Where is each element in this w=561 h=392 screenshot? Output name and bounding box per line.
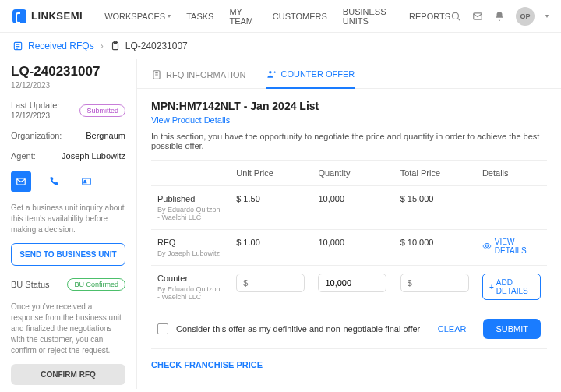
svg-point-15 xyxy=(270,71,273,74)
row-rfq: RFQ By Joseph Lubowitz $ 1.00 10,000 $ 1… xyxy=(151,230,547,266)
topbar: LINKSEMI WORKSPACES▾ TASKS MY TEAM CUSTO… xyxy=(0,0,561,33)
contact-card-button[interactable] xyxy=(76,171,97,192)
check-franchise-link[interactable]: CHECK FRANCHISE PRICE xyxy=(151,360,263,369)
clipboard-icon xyxy=(110,41,121,51)
nav-business-units[interactable]: BUSINESS UNITS xyxy=(343,7,393,26)
final-offer-row: Consider this offer as my definitive and… xyxy=(151,309,547,349)
document-icon xyxy=(151,69,162,80)
main-panel: RFQ INFORMATION COUNTER OFFER MPN:HM7142… xyxy=(136,59,561,389)
confirm-rfq-button[interactable]: CONFIRM RFQ xyxy=(11,364,125,385)
counter-total-price-input[interactable] xyxy=(400,274,469,292)
email-button[interactable] xyxy=(11,171,31,192)
table-header-row: Unit Price Quantity Total Price Details xyxy=(151,161,547,186)
row-rfq-name: RFQ xyxy=(157,238,224,247)
list-icon xyxy=(12,41,23,51)
send-to-bu-button[interactable]: SEND TO BUSINESS UNIT xyxy=(11,243,125,266)
clear-button[interactable]: CLEAR xyxy=(438,324,467,334)
rfq-title: LQ-240231007 xyxy=(11,64,125,79)
status-badge: Submitted xyxy=(79,104,125,117)
breadcrumb-current-label: LQ-240231007 xyxy=(125,41,188,51)
offer-table: Unit Price Quantity Total Price Details … xyxy=(151,160,547,309)
col-total-price-header: Total Price xyxy=(394,161,476,186)
row-rfq-unit: $ 1.00 xyxy=(230,230,312,266)
row-published-name: Published xyxy=(157,194,224,203)
last-update-row: Last Update: 12/12/2023 Submitted xyxy=(11,101,125,120)
view-details-label: VIEW DETAILS xyxy=(495,238,541,255)
tab-counter-offer[interactable]: COUNTER OFFER xyxy=(266,69,355,89)
breadcrumb-parent-label: Received RFQs xyxy=(28,41,94,51)
final-offer-checkbox[interactable] xyxy=(157,323,168,334)
mail-icon[interactable] xyxy=(472,11,483,22)
nav-tasks[interactable]: TASKS xyxy=(186,7,213,26)
help-text-2: Once you've received a response from the… xyxy=(11,302,125,356)
bell-icon[interactable] xyxy=(494,11,505,22)
topbar-actions: OP ▾ xyxy=(450,7,549,26)
plus-icon: + xyxy=(489,283,494,291)
svg-point-0 xyxy=(452,12,458,19)
panel-description: In this section, you have the opportunit… xyxy=(151,132,547,150)
nav-myteam[interactable]: MY TEAM xyxy=(229,7,256,26)
breadcrumb-current: LQ-240231007 xyxy=(110,41,188,51)
submit-button[interactable]: SUBMIT xyxy=(483,319,541,339)
row-rfq-qty: 10,000 xyxy=(312,230,393,266)
col-name-header xyxy=(151,161,230,186)
last-update-value: 12/12/2023 xyxy=(11,111,59,120)
final-offer-label: Consider this offer as my definitive and… xyxy=(176,324,430,334)
eye-icon xyxy=(482,241,492,252)
counter-quantity-input[interactable] xyxy=(318,274,386,292)
add-details-label: ADD DETAILS xyxy=(496,278,534,295)
brand-text: LINKSEMI xyxy=(31,10,83,22)
last-update-label: Last Update: xyxy=(11,101,59,110)
nav-bu-label: BUSINESS UNITS xyxy=(343,7,393,26)
bu-status-badge: BU Confirmed xyxy=(67,278,125,291)
col-unit-price-header: Unit Price xyxy=(230,161,312,186)
svg-point-11 xyxy=(84,180,86,182)
nav-tasks-label: TASKS xyxy=(186,12,213,21)
help-text-1: Get a business unit inquiry about this i… xyxy=(11,203,125,235)
col-quantity-header: Quantity xyxy=(312,161,393,186)
content-area: LQ-240231007 12/12/2023 Last Update: 12/… xyxy=(0,59,561,389)
breadcrumb-parent[interactable]: Received RFQs xyxy=(12,41,94,51)
nav-workspaces[interactable]: WORKSPACES▾ xyxy=(104,7,171,26)
nav-reports[interactable]: REPORTS xyxy=(409,7,450,26)
view-product-link[interactable]: View Product Details xyxy=(151,115,230,125)
tab-rfq-information[interactable]: RFQ INFORMATION xyxy=(151,69,245,88)
person-plus-icon xyxy=(266,69,277,79)
search-icon[interactable] xyxy=(450,11,461,22)
counter-unit-price-input[interactable] xyxy=(236,274,305,292)
add-details-button[interactable]: +ADD DETAILS xyxy=(482,274,541,300)
organization-label: Organization: xyxy=(11,131,62,140)
row-published: Published By Eduardo Quitzon - Waelchi L… xyxy=(151,186,547,230)
organization-value: Bergnaum xyxy=(86,131,125,140)
row-published-unit: $ 1.50 xyxy=(230,186,312,230)
agent-row: Agent: Joseph Lubowitz xyxy=(11,151,125,161)
contact-actions xyxy=(11,171,125,192)
chevron-down-icon[interactable]: ▾ xyxy=(545,12,549,19)
main-nav: WORKSPACES▾ TASKS MY TEAM CUSTOMERS BUSI… xyxy=(104,7,450,26)
row-rfq-total: $ 10,000 xyxy=(394,230,476,266)
rfq-date: 12/12/2023 xyxy=(11,81,125,90)
nav-customers-label: CUSTOMERS xyxy=(273,12,327,21)
user-avatar[interactable]: OP xyxy=(516,7,535,26)
nav-customers[interactable]: CUSTOMERS xyxy=(273,7,327,26)
row-counter: Counter By Eduardo Quitzon - Waelchi LLC… xyxy=(151,266,547,309)
phone-button[interactable] xyxy=(44,171,64,192)
chevron-down-icon: ▾ xyxy=(168,12,171,19)
organization-row: Organization: Bergnaum xyxy=(11,131,125,140)
row-published-total: $ 15,000 xyxy=(394,186,476,230)
brand-logo[interactable]: LINKSEMI xyxy=(12,9,83,23)
row-published-qty: 10,000 xyxy=(312,186,393,230)
row-rfq-by: By Joseph Lubowitz xyxy=(157,249,224,257)
detail-sidebar: LQ-240231007 12/12/2023 Last Update: 12/… xyxy=(0,59,136,389)
nav-myteam-label: MY TEAM xyxy=(229,7,256,26)
bu-status-row: BU Status BU Confirmed xyxy=(11,278,125,291)
breadcrumb: Received RFQs › LQ-240231007 xyxy=(0,33,561,59)
view-details-button[interactable]: VIEW DETAILS xyxy=(482,238,541,255)
brand-icon xyxy=(12,9,26,23)
tab-counter-offer-label: COUNTER OFFER xyxy=(280,69,355,79)
svg-point-18 xyxy=(485,245,488,248)
svg-line-1 xyxy=(458,18,460,20)
row-counter-name: Counter xyxy=(157,274,224,283)
avatar-initials: OP xyxy=(520,12,530,20)
tabs: RFQ INFORMATION COUNTER OFFER xyxy=(137,59,561,89)
